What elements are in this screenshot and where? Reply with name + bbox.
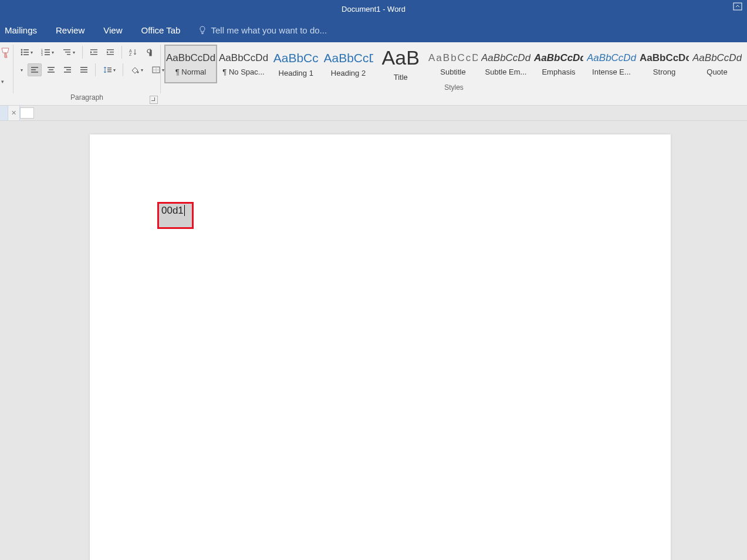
selected-text: 00d1 — [161, 205, 184, 216]
svg-rect-34 — [80, 69, 87, 70]
shading-button[interactable]: ▾ — [127, 63, 146, 76]
chevron-down-icon: ▾ — [52, 50, 54, 55]
style-preview: AaBbCcDd — [481, 52, 530, 64]
document-tab-close[interactable]: ✕ — [8, 106, 20, 120]
bullets-icon — [20, 48, 29, 56]
style-preview: AaBbCcDd — [219, 52, 268, 64]
chevron-down-icon: ▾ — [141, 68, 143, 73]
style--no-spac-[interactable]: AaBbCcDd¶ No Spac... — [217, 45, 270, 83]
lightbulb-icon — [198, 25, 207, 35]
window-controls — [733, 2, 742, 12]
svg-point-39 — [137, 72, 139, 73]
style-heading-1[interactable]: AaBbCcHeading 1 — [270, 45, 322, 83]
style-subtitle[interactable]: AaBbCcDSubtitle — [427, 45, 479, 83]
multilevel-list-button[interactable]: ▾ — [59, 46, 78, 59]
style-name: ¶ Normal — [175, 68, 207, 76]
pilcrow-icon — [146, 48, 154, 56]
svg-rect-19 — [107, 49, 114, 50]
title-bar: Document1 - Word — [0, 0, 747, 18]
svg-point-5 — [21, 54, 23, 56]
chevron-down-icon: ▾ — [21, 68, 23, 73]
style-name: Subtitle — [440, 68, 465, 76]
svg-rect-26 — [31, 72, 38, 73]
ribbon: ▾ ▾ 123 ▾ ▾ — [0, 42, 747, 106]
style-subtle-em-[interactable]: AaBbCcDdSubtle Em... — [479, 45, 532, 83]
style-preview: AaBbCcDd — [166, 52, 215, 64]
style-strong[interactable]: AaBbCcDcStrong — [638, 45, 691, 83]
increase-indent-icon — [106, 48, 115, 56]
style-intense-e-[interactable]: AaBbCcDdIntense E... — [585, 45, 638, 83]
paragraph-dialog-launcher[interactable] — [150, 96, 158, 104]
document-tab-new[interactable] — [20, 107, 34, 119]
svg-rect-0 — [734, 3, 742, 10]
bullets-button[interactable]: ▾ — [17, 46, 36, 59]
align-right-button[interactable] — [60, 63, 75, 76]
style-preview: AaBbCcD — [428, 52, 478, 64]
svg-rect-33 — [80, 67, 87, 68]
text-cursor — [184, 205, 185, 216]
window-title: Document1 - Word — [342, 5, 405, 14]
tab-view[interactable]: View — [102, 25, 123, 35]
document-tab-handle[interactable] — [0, 106, 8, 120]
document-tab-strip: ✕ — [0, 106, 747, 121]
style-name: Intense E... — [592, 68, 631, 76]
increase-indent-button[interactable] — [103, 46, 117, 59]
svg-text:3: 3 — [41, 53, 43, 56]
tab-mailings[interactable]: Mailings — [4, 25, 38, 35]
chevron-down-icon: ▾ — [1, 79, 4, 85]
svg-rect-28 — [49, 69, 53, 70]
svg-rect-35 — [80, 72, 87, 73]
paint-bucket-icon — [130, 66, 140, 74]
style-emphasis[interactable]: AaBbCcDdEmphasis — [532, 45, 585, 83]
borders-icon — [151, 66, 161, 74]
svg-rect-2 — [23, 49, 29, 50]
svg-rect-31 — [66, 69, 71, 70]
svg-text:Z: Z — [129, 52, 132, 56]
paragraph-group-label: Paragraph — [13, 93, 160, 105]
align-left-button[interactable] — [28, 63, 42, 76]
style-name: ¶ No Spac... — [222, 68, 264, 76]
document-text-selection[interactable]: 00d1 — [159, 204, 192, 227]
style-preview: AaBbCcDd — [534, 52, 583, 64]
show-hide-marks-button[interactable] — [143, 46, 157, 59]
tell-me-search[interactable]: Tell me what you want to do... — [198, 25, 327, 35]
tell-me-placeholder: Tell me what you want to do... — [211, 25, 327, 35]
style-name: Subtle Em... — [485, 68, 527, 76]
multilevel-list-icon — [62, 48, 72, 56]
chevron-down-icon: ▾ — [113, 68, 116, 73]
justify-button[interactable] — [77, 63, 91, 76]
sort-icon: AZ — [129, 48, 138, 56]
document-area[interactable]: 00d1 — [0, 121, 747, 560]
justify-icon — [79, 66, 89, 74]
style-heading-2[interactable]: AaBbCcDHeading 2 — [322, 45, 375, 83]
line-spacing-icon — [103, 66, 112, 74]
style-preview: AaBbCcDd — [692, 52, 742, 64]
close-icon: ✕ — [11, 109, 16, 117]
line-spacing-button[interactable]: ▾ — [100, 63, 119, 76]
ribbon-tabs: Mailings Review View Office Tab Tell me … — [0, 18, 747, 42]
numbering-button[interactable]: 123 ▾ — [38, 46, 57, 59]
chevron-down-icon: ▾ — [31, 50, 33, 55]
format-painter-icon — [0, 47, 11, 59]
svg-rect-18 — [90, 54, 97, 55]
clipboard-dropdown[interactable]: ▾ — [17, 63, 25, 76]
svg-rect-13 — [63, 49, 70, 50]
svg-rect-4 — [23, 52, 29, 53]
align-center-icon — [46, 66, 56, 74]
tab-review[interactable]: Review — [55, 25, 86, 35]
ribbon-display-options-icon[interactable] — [733, 2, 742, 12]
style-quote[interactable]: AaBbCcDdQuote — [691, 45, 743, 83]
document-page[interactable]: 00d1 — [90, 134, 671, 560]
style-name: Strong — [653, 68, 675, 76]
sort-button[interactable]: AZ — [126, 46, 140, 59]
style--normal[interactable]: AaBbCcDd¶ Normal — [164, 45, 217, 83]
style-preview: AaBbCcD — [324, 51, 373, 65]
decrease-indent-button[interactable] — [87, 46, 101, 59]
align-center-button[interactable] — [44, 63, 58, 76]
decrease-indent-icon — [89, 48, 99, 56]
svg-rect-24 — [31, 67, 38, 68]
style-title[interactable]: AaBTitle — [375, 45, 427, 83]
style-name: Heading 2 — [331, 69, 366, 77]
tab-office-tab[interactable]: Office Tab — [140, 25, 181, 35]
format-painter-button[interactable]: ▾ — [0, 42, 13, 105]
